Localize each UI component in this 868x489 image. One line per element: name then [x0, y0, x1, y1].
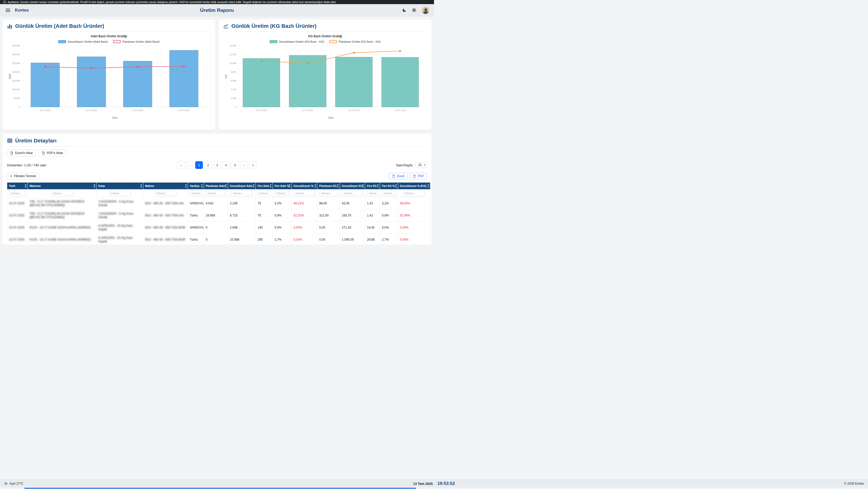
column-header-vardiya[interactable]: Vardiya — [188, 182, 204, 190]
filter-cell — [143, 190, 188, 197]
sort-icon[interactable] — [337, 184, 339, 188]
legend-item[interactable]: Planlanan Üretim (KG Bazlı - KG) — [329, 40, 380, 43]
excel-button[interactable]: Excel — [389, 173, 408, 179]
column-label: Tarih — [9, 184, 16, 188]
sort-icon[interactable] — [253, 184, 255, 188]
filter-input-planlanan_kg[interactable] — [319, 191, 338, 196]
table-cell: 49,21% — [292, 197, 317, 209]
filter-input-planlanan_adet[interactable] — [206, 191, 226, 196]
column-header-kalip[interactable]: Kalıp — [97, 182, 143, 190]
sort-icon[interactable] — [314, 184, 316, 188]
column-header-fire_adet_pct[interactable]: Fire Adet % — [273, 182, 292, 190]
column-header-fire_adet[interactable]: Fire Adet — [256, 182, 273, 190]
svg-text:150.000: 150.000 — [12, 80, 20, 82]
chart-bar — [335, 57, 372, 107]
sort-icon[interactable] — [25, 184, 27, 188]
column-header-malzeme[interactable]: Malzeme — [28, 182, 97, 190]
column-header-makine[interactable]: Makine — [143, 182, 188, 190]
notice-text: Açıklama: Çevrim süreleri saniye cinsind… — [8, 1, 336, 4]
filter-input-fire_adet[interactable] — [257, 191, 271, 196]
pagination-page-5[interactable]: 5 — [231, 161, 239, 169]
user-avatar[interactable] — [422, 6, 429, 14]
column-header-gerceklesen_adet[interactable]: Gerçekleşen Adet — [228, 182, 256, 190]
export-toolbar: Excel'e Aktar PDF'e Aktar — [7, 150, 427, 156]
sort-icon[interactable] — [289, 184, 291, 188]
sort-icon[interactable] — [377, 184, 379, 188]
table-cell: 2.636 — [228, 222, 256, 234]
column-header-tarih[interactable]: Tarih — [7, 182, 28, 190]
sort-icon[interactable] — [93, 184, 96, 188]
column-header-planlanan_kg[interactable]: Planlanan KG — [317, 182, 340, 190]
export-pdf-button[interactable]: PDF'e Aktar — [38, 150, 66, 156]
svg-text:2.000: 2.000 — [231, 97, 237, 99]
table-cell: 312,00 — [317, 209, 340, 222]
filter-input-vardiya[interactable] — [190, 191, 202, 196]
column-header-fire_kg[interactable]: Fire KG — [365, 182, 380, 190]
info-icon — [3, 1, 6, 4]
pagination-page-2[interactable]: 2 — [204, 161, 212, 169]
legend-item[interactable]: Gerçekleşen Üretim (KG Bazlı - KG) — [270, 40, 324, 43]
svg-text:11.07.2025: 11.07.2025 — [302, 109, 313, 112]
column-header-planlanan_adet[interactable]: Planlanan Adet — [204, 182, 228, 190]
pagination-page-4[interactable]: 4 — [222, 161, 230, 169]
column-label: Fire KG % — [382, 184, 395, 188]
table-cell: Y-KOVA5000 - 5 Kg Kova Gövde — [97, 209, 143, 222]
column-header-gerceklesme_pct[interactable]: Gerçekleşme % — [292, 182, 317, 190]
pagination-next[interactable]: › — [240, 161, 248, 169]
brand-logo[interactable]: Kortex — [15, 8, 29, 13]
sort-icon[interactable] — [362, 184, 364, 188]
table-row[interactable]: 10.07.2025KV20 - 20 LT KARE KOVA KAPAK (… — [7, 234, 430, 245]
table-row[interactable]: 10.07.2025T05 - 5 LT YUVARLAK KOVA GÖVDE… — [7, 209, 430, 222]
column-header-gerceklesme_kg_pct[interactable]: Gerçekleşme % (KG) — [398, 182, 430, 190]
rows-per-page-select[interactable]: 25 ▲▼ — [415, 162, 427, 168]
sort-icon[interactable] — [185, 184, 187, 188]
filter-input-makine[interactable] — [155, 191, 177, 196]
clear-filters-button[interactable]: × Filtreleri Temizle — [7, 173, 39, 179]
export-excel-button[interactable]: Excel'e Aktar — [7, 150, 36, 156]
filter-input-kalip[interactable] — [109, 191, 131, 196]
column-header-fire_kg_pct[interactable]: Fire KG % — [380, 182, 398, 190]
filter-input-fire_kg[interactable] — [367, 191, 378, 196]
filter-input-gerceklesme_kg_pct[interactable] — [403, 191, 425, 196]
filter-input-fire_kg_pct[interactable] — [382, 191, 396, 196]
pagination-page-3[interactable]: 3 — [213, 161, 221, 169]
table-cell: 163,75 — [340, 209, 365, 222]
pagination-page-1[interactable]: 1 — [195, 161, 203, 169]
sort-icon[interactable] — [140, 184, 142, 188]
table-row[interactable]: 10.07.2025KV20 - 20 LT KARE KOVA KAPAK (… — [7, 222, 430, 234]
sort-icon[interactable] — [427, 184, 429, 188]
legend-item[interactable]: Gerçekleşen Üretim (Adet Bazlı) — [58, 40, 108, 43]
menu-button[interactable] — [5, 7, 11, 13]
table-cell: 0 — [204, 222, 228, 234]
filter-input-fire_adet_pct[interactable] — [275, 191, 290, 196]
pdf-button[interactable]: PDF — [410, 173, 427, 179]
dark-mode-toggle[interactable] — [402, 8, 406, 12]
filter-input-malzeme[interactable] — [51, 191, 73, 196]
legend-item[interactable]: Planlanan Üretim (Adet Bazlı) — [113, 40, 159, 43]
filter-input-gerceklesen_adet[interactable] — [231, 191, 253, 196]
table-cell: 0,9% — [273, 209, 292, 222]
table-cell: 0,00% — [398, 222, 430, 234]
pagination-last[interactable]: » — [249, 161, 257, 169]
sort-icon[interactable] — [201, 184, 203, 188]
info-banner: Açıklama: Çevrim süreleri saniye cinsind… — [0, 0, 434, 4]
moon-icon — [402, 8, 406, 12]
sort-icon[interactable] — [225, 184, 227, 188]
filter-input-tarih[interactable] — [9, 191, 26, 196]
table-row[interactable]: 10.07.2025T05 - 5 LT YUVARLAK KOVA GÖVDE… — [7, 197, 430, 209]
rows-per-page: Satır/Sayfa: 25 ▲▼ — [396, 162, 427, 168]
column-header-gerceklesen_kg[interactable]: Gerçekleşen KG — [340, 182, 365, 190]
line-swatch-icon — [329, 40, 337, 43]
table-cell: 0,00% — [398, 234, 430, 245]
settings-button[interactable] — [412, 8, 416, 12]
filter-input-gerceklesen_kg[interactable] — [342, 191, 363, 196]
sort-icon[interactable] — [270, 184, 272, 188]
chart-bar — [123, 61, 152, 107]
filter-cell — [256, 190, 273, 197]
file-icon — [41, 151, 45, 155]
table-cell: 0,00% — [292, 222, 317, 234]
filter-input-gerceklesme_pct[interactable] — [294, 191, 315, 196]
table-cell: VARDIYA2 — [188, 197, 204, 209]
rows-per-page-value: 25 — [418, 163, 422, 167]
sort-icon[interactable] — [395, 184, 397, 188]
